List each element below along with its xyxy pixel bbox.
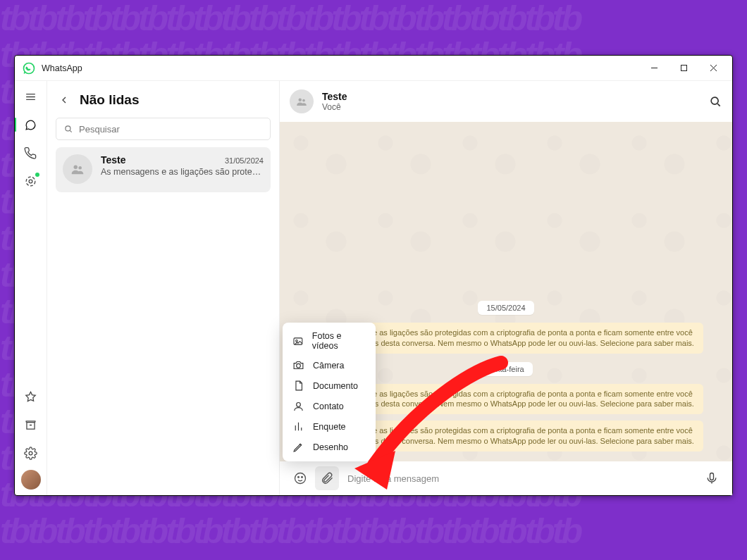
search-icon [63, 124, 73, 134]
window-minimize-button[interactable] [639, 58, 669, 79]
svg-point-9 [302, 99, 305, 102]
chat-preview: As mensagens e as ligações são protegi..… [101, 167, 264, 177]
status-unread-dot-icon [35, 173, 39, 177]
chats-tab[interactable] [20, 113, 42, 136]
title-bar: WhatsApp [15, 56, 732, 81]
svg-rect-14 [710, 473, 714, 480]
conversation-search-button[interactable] [708, 94, 722, 108]
image-icon [292, 335, 304, 347]
svg-point-6 [74, 166, 78, 170]
svg-point-12 [298, 477, 300, 478]
svg-point-8 [299, 99, 302, 102]
group-avatar-icon [63, 154, 92, 184]
voice-message-button[interactable] [700, 466, 724, 490]
svg-point-2 [26, 177, 35, 186]
attach-item-label: Fotos e vídeos [312, 331, 366, 351]
conversation-header[interactable]: Teste Você [280, 81, 732, 122]
emoji-button[interactable] [288, 466, 312, 490]
svg-point-18 [297, 403, 301, 407]
attach-photos-videos[interactable]: Fotos e vídeos [283, 327, 376, 355]
chat-date: 31/05/2024 [225, 156, 264, 165]
date-divider: 15/05/2024 [478, 301, 533, 315]
message-composer: Digite uma mensagem [280, 461, 732, 495]
search-input[interactable]: Pesquisar [56, 118, 271, 140]
contact-icon [292, 400, 304, 412]
svg-point-3 [29, 180, 32, 183]
message-input[interactable]: Digite uma mensagem [342, 473, 697, 484]
date-divider: sexta-feira [479, 362, 532, 376]
archive-tab[interactable] [20, 413, 42, 436]
search-placeholder: Pesquisar [79, 124, 120, 135]
poll-icon [292, 421, 304, 433]
attach-item-label: Desenho [313, 442, 348, 452]
attach-contact[interactable]: Contato [283, 396, 376, 416]
svg-point-4 [29, 452, 32, 455]
document-icon [292, 380, 304, 392]
window-maximize-button[interactable] [669, 58, 698, 79]
window-close-button[interactable] [698, 58, 728, 79]
svg-point-11 [295, 473, 306, 484]
status-tab[interactable] [20, 170, 42, 192]
conversation-avatar-icon [290, 89, 314, 113]
svg-point-13 [302, 477, 303, 478]
svg-point-10 [711, 97, 718, 104]
conversation-name: Teste [322, 91, 347, 102]
window-title: WhatsApp [42, 63, 82, 73]
conversation-subtitle: Você [322, 102, 347, 112]
attach-item-label: Câmera [313, 361, 344, 371]
chat-list-item[interactable]: Teste 31/05/2024 As mensagens e as ligaç… [56, 147, 271, 192]
camera-icon [292, 359, 304, 371]
svg-point-17 [297, 363, 301, 368]
favorites-tab[interactable] [20, 385, 42, 408]
navigation-rail [15, 81, 47, 495]
svg-point-16 [296, 340, 298, 342]
attach-camera[interactable]: Câmera [283, 355, 376, 375]
attach-poll[interactable]: Enquete [283, 416, 376, 437]
chat-list-panel: Não lidas Pesquisar Teste 31/05/2024 [47, 81, 280, 495]
attach-item-label: Contato [313, 402, 344, 411]
back-button[interactable] [58, 94, 70, 106]
attach-document[interactable]: Documento [283, 375, 376, 396]
calls-tab[interactable] [20, 142, 42, 164]
attach-button[interactable] [315, 466, 339, 490]
app-window: WhatsApp [14, 55, 733, 496]
sidebar-title: Não lidas [80, 92, 139, 108]
svg-point-5 [66, 126, 70, 131]
attach-item-label: Documento [313, 381, 358, 391]
svg-point-7 [78, 166, 82, 170]
pencil-icon [292, 441, 304, 453]
profile-avatar[interactable] [21, 470, 41, 490]
menu-button[interactable] [20, 85, 42, 108]
attach-drawing[interactable]: Desenho [283, 437, 376, 457]
svg-rect-1 [681, 66, 686, 71]
whatsapp-logo-icon [22, 61, 36, 75]
attach-item-label: Enquete [313, 422, 346, 432]
settings-button[interactable] [20, 442, 42, 464]
chat-name: Teste [101, 154, 126, 166]
attach-menu: Fotos e vídeos Câmera Documento Contato … [283, 323, 376, 461]
